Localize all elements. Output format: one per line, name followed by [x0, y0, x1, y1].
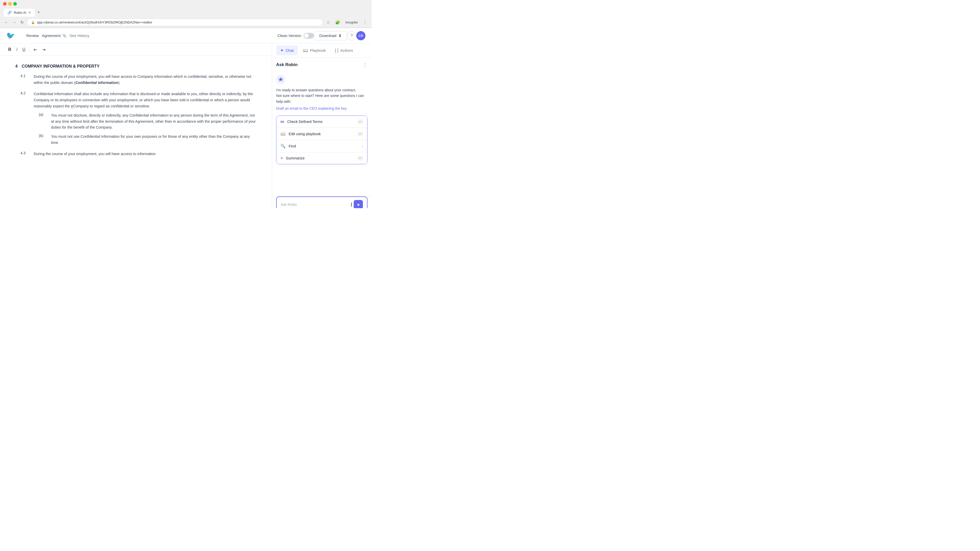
document-name[interactable]: Agreement 📎 [42, 33, 66, 38]
subsection-4-3-num: 4.3 [21, 151, 30, 157]
svg-point-1 [280, 79, 282, 81]
incognito-badge: Incognito [344, 20, 360, 25]
ask-robin-input-area: ➤ [272, 196, 372, 208]
panel-tabs: ✦ Chat 📖 Playbook [ ] Actions [272, 43, 372, 58]
see-history-button[interactable]: See History [67, 32, 93, 39]
logo-icon: 🐦 [6, 32, 15, 40]
find-arrow-icon: › [362, 144, 363, 148]
para-a-label: (a) [39, 113, 46, 131]
summarize-icon: ≡ [280, 156, 283, 160]
action-edit-playbook[interactable]: 📖 Edit using playbook ↵ [277, 128, 367, 140]
logo[interactable]: 🐦 [6, 32, 15, 40]
lock-icon: 🔒 [31, 21, 35, 24]
subsection-4-1: 4.1 During the course of your employment… [15, 74, 256, 86]
tab-playbook-label: Playbook [310, 48, 326, 52]
window-minimize-button[interactable] [8, 2, 12, 6]
robin-suggestion[interactable]: Draft an email to the CEO explaining the… [276, 106, 368, 110]
action-find-left: 🔍 Find [280, 144, 296, 148]
edit-playbook-icon: 📖 [280, 131, 286, 136]
tab-actions[interactable]: [ ] Actions [331, 46, 357, 56]
help-icon: ? [351, 33, 353, 38]
ask-input-box[interactable]: ➤ [276, 197, 368, 208]
action-summarize-label: Summarize [286, 156, 304, 160]
check-terms-shortcut: ↵ [358, 119, 363, 124]
subsection-4-1-content: During the course of your employment, yo… [34, 74, 256, 86]
indent-left-button[interactable]: ⇤ [32, 46, 39, 53]
right-panel: ✦ Chat 📖 Playbook [ ] Actions Ask Robin … [272, 43, 372, 208]
browser-tab[interactable]: 🔗 Robin AI ✕ [3, 8, 35, 17]
new-tab-button[interactable]: + [35, 8, 42, 17]
action-find-label: Find [289, 144, 296, 148]
tab-actions-label: Actions [340, 48, 353, 52]
find-icon: 🔍 [280, 144, 286, 148]
tab-playbook[interactable]: 📖 Playbook [299, 45, 330, 56]
action-summarize[interactable]: ≡ Summarize ↵ [277, 152, 367, 164]
doc-attach-icon: 📎 [62, 34, 67, 38]
editor-content[interactable]: 4 COMPANY INFORMATION & PROPERTY 4.1 Dur… [0, 56, 272, 208]
indent-right-button[interactable]: ⇥ [40, 46, 48, 53]
section-4-heading: 4 COMPANY INFORMATION & PROPERTY [15, 64, 256, 68]
section-number: 4 [15, 64, 18, 68]
bold-button[interactable]: B [6, 46, 13, 53]
send-button[interactable]: ➤ [354, 200, 363, 208]
download-button[interactable]: Download ⬇ [314, 31, 347, 40]
download-label: Download [319, 33, 336, 38]
clean-version-toggle[interactable] [304, 33, 314, 38]
actions-menu: 66 Check Defined Terms ↵ 📖 Edit using pl… [276, 116, 368, 164]
check-terms-icon: 66 [280, 120, 284, 124]
italic-button[interactable]: i [14, 46, 19, 53]
para-b-label: (b) [39, 134, 46, 146]
summarize-shortcut: ↵ [358, 156, 363, 160]
action-summarize-left: ≡ Summarize [280, 156, 305, 160]
editor-toolbar: B i U ⇤ ⇥ [0, 43, 272, 56]
ask-robin-header: Ask Robin ⋮ [276, 62, 368, 68]
robin-intro-text: I'm ready to answer questions about your… [276, 87, 368, 104]
toggle-knob [304, 33, 309, 38]
tab-chat[interactable]: ✦ Chat [276, 45, 298, 56]
forward-button[interactable]: → [11, 19, 18, 26]
action-check-terms-left: 66 Check Defined Terms [280, 120, 323, 124]
menu-button[interactable]: ⋮ [361, 19, 369, 26]
subsection-4-2-num: 4.2 [21, 91, 30, 110]
subsection-4-2-content: Confidential Information shall also incl… [34, 91, 256, 110]
para-b-text: You must not use Confidential Informatio… [51, 134, 256, 146]
review-nav-item[interactable]: Review [23, 32, 42, 39]
address-bar[interactable]: 🔒 app.robinai.co.uk/review/contract/Q29u… [27, 19, 323, 26]
underline-button[interactable]: U [21, 46, 27, 53]
window-maximize-button[interactable] [13, 2, 17, 6]
more-options-button[interactable]: ⋮ [363, 62, 368, 68]
ask-robin-title: Ask Robin [276, 62, 298, 67]
tab-chat-label: Chat [286, 48, 294, 52]
clean-version-toggle-label: Clean Version [277, 33, 314, 38]
send-icon: ➤ [357, 202, 360, 207]
action-edit-playbook-label: Edit using playbook [289, 132, 321, 136]
action-check-terms-label: Check Defined Terms [287, 120, 322, 124]
ask-robin-section: Ask Robin ⋮ I'm ready to answer question… [272, 58, 372, 170]
app-header: 🐦 Review Agreement 📎 See History Clean V… [0, 28, 372, 43]
download-icon: ⬇ [339, 33, 342, 38]
edit-playbook-shortcut: ↵ [358, 132, 363, 136]
extensions-button[interactable]: 🧩 [334, 19, 342, 26]
user-avatar[interactable]: LD [356, 31, 366, 40]
subsection-4-2: 4.2 Confidential Information shall also … [15, 91, 256, 146]
subsection-4-1-num: 4.1 [21, 74, 30, 86]
ask-robin-input[interactable] [281, 203, 349, 206]
reload-button[interactable]: ↻ [19, 19, 25, 26]
tab-favicon: 🔗 [7, 11, 12, 14]
action-check-terms[interactable]: 66 Check Defined Terms ↵ [277, 116, 367, 128]
actions-icon: [ ] [335, 48, 338, 53]
robin-intro: I'm ready to answer questions about your… [276, 72, 368, 114]
tab-title: Robin AI [14, 11, 26, 14]
window-close-button[interactable] [3, 2, 6, 6]
main-layout: B i U ⇤ ⇥ 4 COMPANY INFORMATION & PROPER… [0, 43, 372, 208]
bookmark-button[interactable]: ☆ [325, 19, 331, 26]
tab-close-button[interactable]: ✕ [28, 11, 31, 14]
playbook-icon: 📖 [303, 48, 308, 53]
action-edit-playbook-left: 📖 Edit using playbook [280, 131, 321, 136]
help-button[interactable]: ? [347, 31, 356, 40]
url-text: app.robinai.co.uk/review/contract/Q29udH… [37, 21, 152, 24]
back-button[interactable]: ← [3, 19, 9, 26]
editor-area: B i U ⇤ ⇥ 4 COMPANY INFORMATION & PROPER… [0, 43, 272, 208]
action-find[interactable]: 🔍 Find › [277, 140, 367, 152]
para-b: (b) You must not use Confidential Inform… [34, 134, 256, 146]
